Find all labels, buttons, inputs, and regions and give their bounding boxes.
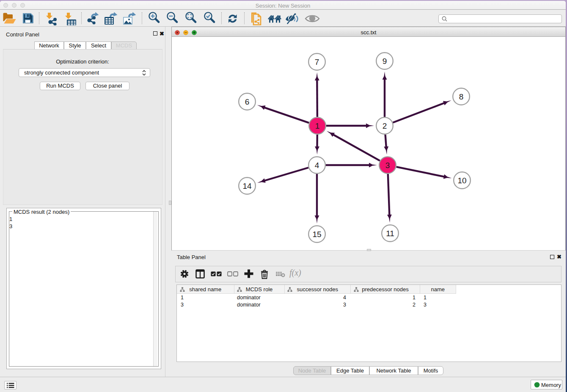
svg-text:3: 3 — [385, 161, 390, 170]
svg-text:11: 11 — [386, 229, 394, 238]
svg-text:15: 15 — [312, 230, 321, 239]
svg-text:1: 1 — [315, 121, 320, 130]
svg-text:6: 6 — [245, 97, 250, 106]
svg-text:10: 10 — [457, 176, 466, 185]
svg-text:4: 4 — [315, 161, 319, 170]
svg-text:2: 2 — [383, 121, 387, 130]
svg-text:8: 8 — [459, 92, 464, 101]
svg-text:7: 7 — [315, 58, 319, 66]
svg-text:14: 14 — [242, 182, 252, 190]
svg-text:9: 9 — [383, 57, 387, 66]
